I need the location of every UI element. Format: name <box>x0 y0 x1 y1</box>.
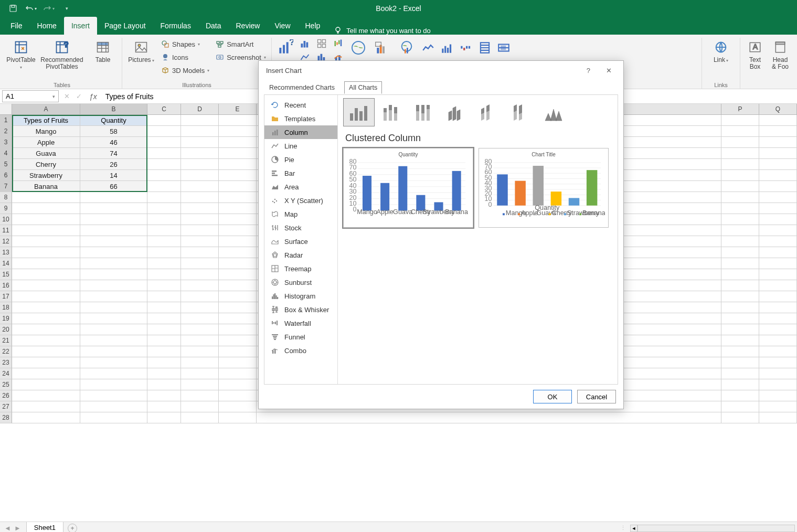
row-header[interactable]: 6 <box>0 170 12 181</box>
tab-all-charts[interactable]: All Charts <box>344 81 382 94</box>
cell[interactable] <box>80 390 147 401</box>
cell[interactable] <box>721 137 759 148</box>
cell[interactable] <box>721 291 759 302</box>
row-header[interactable]: 10 <box>0 214 12 225</box>
ok-button[interactable]: OK <box>533 390 572 403</box>
cell[interactable] <box>80 368 147 379</box>
hscroll-left-button[interactable]: ◄ <box>630 525 637 532</box>
row-header[interactable]: 1 <box>0 115 12 126</box>
icons-button[interactable]: Icons <box>159 51 211 63</box>
ribbon-tab-file[interactable]: File <box>3 17 30 35</box>
maps-button[interactable] <box>348 38 368 58</box>
chart-category-pie[interactable]: Pie <box>264 153 337 166</box>
cell[interactable] <box>181 181 219 192</box>
table-button[interactable]: Table <box>87 38 119 65</box>
cell[interactable] <box>721 346 759 357</box>
chart-category-bar[interactable]: Bar <box>264 166 337 180</box>
row-header[interactable]: 19 <box>0 313 12 324</box>
cell[interactable] <box>12 192 80 203</box>
cell[interactable] <box>721 148 759 159</box>
cell[interactable] <box>759 258 797 269</box>
cell[interactable] <box>759 137 797 148</box>
cell[interactable] <box>147 390 181 401</box>
cell[interactable] <box>12 258 80 269</box>
cell[interactable] <box>12 313 80 324</box>
cell[interactable] <box>219 192 257 203</box>
hierarchy-chart-button[interactable] <box>316 38 327 49</box>
cell[interactable] <box>721 236 759 247</box>
row-header[interactable]: 2 <box>0 126 12 137</box>
cell[interactable] <box>759 159 797 170</box>
link-button[interactable]: Link <box>705 38 737 65</box>
cell[interactable]: 46 <box>80 137 147 148</box>
cell[interactable] <box>721 214 759 225</box>
sparkline-winloss-button[interactable] <box>459 38 473 58</box>
column-header[interactable]: P <box>721 104 759 115</box>
cell[interactable] <box>219 390 257 401</box>
cell[interactable] <box>721 170 759 181</box>
slicer-button[interactable] <box>477 38 492 58</box>
chart-category-radar[interactable]: Radar <box>264 248 337 262</box>
cell[interactable] <box>181 357 219 368</box>
cell[interactable] <box>721 379 759 390</box>
cell[interactable] <box>12 368 80 379</box>
cell[interactable] <box>181 324 219 335</box>
cell[interactable] <box>181 225 219 236</box>
cell[interactable]: Types of Fruits <box>12 115 80 126</box>
row-header[interactable]: 28 <box>0 412 12 423</box>
chart-category-map[interactable]: Map <box>264 207 337 221</box>
chart-category-box-whisker[interactable]: Box & Whisker <box>264 303 337 316</box>
dialog-close-button[interactable]: ✕ <box>602 65 616 77</box>
row-header[interactable]: 16 <box>0 280 12 291</box>
cell[interactable] <box>759 324 797 335</box>
cell[interactable] <box>759 357 797 368</box>
column-header[interactable]: Q <box>759 104 797 115</box>
cell[interactable] <box>721 181 759 192</box>
cell[interactable] <box>759 379 797 390</box>
cell[interactable] <box>181 258 219 269</box>
chart-category-combo[interactable]: Combo <box>264 344 337 357</box>
cell[interactable] <box>181 236 219 247</box>
cell[interactable] <box>80 401 147 412</box>
chart-category-recent[interactable]: Recent <box>264 98 337 112</box>
cell[interactable] <box>219 357 257 368</box>
cell[interactable] <box>147 258 181 269</box>
cell[interactable] <box>759 236 797 247</box>
tab-recommended-charts[interactable]: Recommended Charts <box>265 82 339 93</box>
cell[interactable] <box>147 357 181 368</box>
chart-category-funnel[interactable]: Funnel <box>264 330 337 344</box>
ribbon-tab-review[interactable]: Review <box>229 17 268 35</box>
cell[interactable] <box>80 379 147 390</box>
column-subtype-2[interactable] <box>408 98 440 126</box>
cell[interactable] <box>721 192 759 203</box>
undo-icon[interactable]: ▾ <box>23 1 39 16</box>
ribbon-tab-formulas[interactable]: Formulas <box>153 17 198 35</box>
cell[interactable] <box>181 159 219 170</box>
cell[interactable] <box>759 291 797 302</box>
cell[interactable] <box>147 214 181 225</box>
cell[interactable] <box>219 137 257 148</box>
cell[interactable]: Guava <box>12 148 80 159</box>
cell[interactable] <box>219 379 257 390</box>
column-chart-button[interactable] <box>299 38 311 49</box>
cell[interactable] <box>181 126 219 137</box>
cell[interactable]: Apple <box>12 137 80 148</box>
cell[interactable] <box>181 379 219 390</box>
cell[interactable] <box>759 170 797 181</box>
cell[interactable] <box>181 335 219 346</box>
cell[interactable] <box>12 346 80 357</box>
cell[interactable] <box>80 313 147 324</box>
column-subtype-0[interactable] <box>343 98 375 126</box>
row-header[interactable]: 21 <box>0 335 12 346</box>
ribbon-tab-home[interactable]: Home <box>30 17 64 35</box>
cell[interactable] <box>721 390 759 401</box>
row-header[interactable]: 7 <box>0 181 12 192</box>
cell[interactable] <box>181 412 219 423</box>
tell-me-search[interactable]: Tell me what you want to do <box>327 26 437 35</box>
row-header[interactable]: 18 <box>0 302 12 313</box>
column-subtype-6[interactable] <box>538 98 570 126</box>
cell[interactable] <box>147 280 181 291</box>
chart-category-line[interactable]: Line <box>264 139 337 153</box>
cell[interactable] <box>181 137 219 148</box>
cancel-button[interactable]: Cancel <box>577 390 616 403</box>
